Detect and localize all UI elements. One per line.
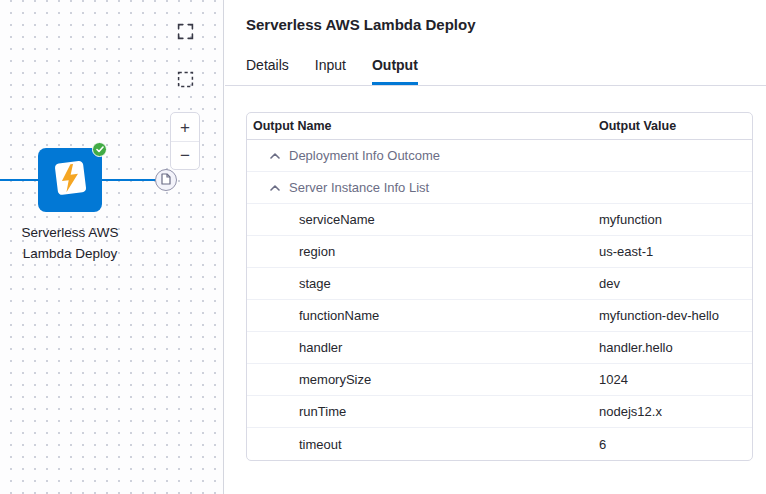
panel-tabs: Details Input Output — [225, 57, 766, 86]
selection-box-icon — [177, 71, 194, 92]
document-icon — [161, 171, 171, 189]
pipeline-canvas[interactable]: Serverless AWS Lambda Deploy + − — [0, 0, 224, 494]
expand-icon — [177, 23, 194, 44]
output-name: timeout — [247, 437, 599, 452]
step-details-panel: Serverless AWS Lambda Deploy Details Inp… — [225, 0, 766, 494]
table-row: region us-east-1 — [247, 236, 752, 268]
group-label: Deployment Info Outcome — [289, 148, 440, 163]
zoom-controls: + − — [170, 112, 200, 170]
table-row: timeout 6 — [247, 428, 752, 460]
edge-line-in — [0, 179, 38, 181]
edge-line-out — [102, 179, 156, 181]
output-name: handler — [247, 340, 599, 355]
zoom-in-button[interactable]: + — [171, 113, 199, 141]
chevron-up-icon[interactable] — [270, 185, 280, 191]
output-value: dev — [599, 276, 620, 291]
zoom-out-button[interactable]: − — [171, 141, 199, 169]
output-value: 6 — [599, 437, 606, 452]
step-node-serverless-lambda-deploy[interactable] — [38, 148, 102, 212]
marquee-select-button[interactable] — [171, 67, 199, 95]
output-name: stage — [247, 276, 599, 291]
column-header-output-value: Output Value — [599, 119, 676, 133]
output-value: myfunction-dev-hello — [599, 308, 719, 323]
group-label: Server Instance Info List — [289, 180, 429, 195]
table-row: serviceName myfunction — [247, 204, 752, 236]
output-name: functionName — [247, 308, 599, 323]
output-value: nodejs12.x — [599, 404, 662, 419]
serverless-lambda-icon — [49, 157, 91, 203]
chevron-up-icon[interactable] — [270, 153, 280, 159]
table-row: stage dev — [247, 268, 752, 300]
tab-details[interactable]: Details — [246, 57, 289, 85]
tab-input[interactable]: Input — [315, 57, 346, 85]
step-node-label: Serverless AWS Lambda Deploy — [10, 222, 130, 264]
output-table-header: Output Name Output Value — [247, 113, 752, 140]
table-row: memorySize 1024 — [247, 364, 752, 396]
output-name: region — [247, 244, 599, 259]
output-name: serviceName — [247, 212, 599, 227]
output-name: memorySize — [247, 372, 599, 387]
output-table: Output Name Output Value Deployment Info… — [246, 112, 753, 461]
column-header-output-name: Output Name — [247, 119, 599, 133]
tab-output[interactable]: Output — [372, 57, 418, 85]
output-value: myfunction — [599, 212, 662, 227]
success-check-badge — [92, 142, 107, 157]
group-row-server-instance-info[interactable]: Server Instance Info List — [247, 172, 752, 204]
panel-title: Serverless AWS Lambda Deploy — [225, 0, 766, 33]
add-step-connector[interactable] — [155, 169, 177, 191]
table-row: functionName myfunction-dev-hello — [247, 300, 752, 332]
output-value: 1024 — [599, 372, 628, 387]
zoom-to-fit-button[interactable] — [171, 19, 199, 47]
table-row: handler handler.hello — [247, 332, 752, 364]
output-value: us-east-1 — [599, 244, 653, 259]
output-name: runTime — [247, 404, 599, 419]
output-value: handler.hello — [599, 340, 673, 355]
table-row: runTime nodejs12.x — [247, 396, 752, 428]
group-row-deployment-info[interactable]: Deployment Info Outcome — [247, 140, 752, 172]
